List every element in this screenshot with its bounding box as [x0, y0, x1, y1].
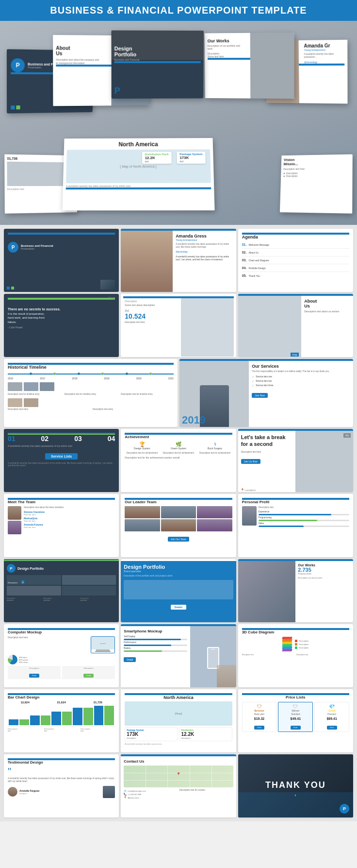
row-quote-about: P logo There are no secrets to success. …	[4, 294, 353, 357]
slide-achievement[interactable]: Achievement 🏆 Design System 🌿 Green Syst…	[121, 429, 236, 492]
row-cover-amanda-agenda: P Business and Financial Presentation Am…	[4, 229, 353, 292]
row-bar-north-price: Bar Chart Design 12,624 21,624 31,735	[4, 689, 353, 752]
slide-quote[interactable]: P logo There are no secrets to success. …	[4, 294, 119, 357]
slide-our-works[interactable]: Our Works 2.735 Projects done Descriptio…	[238, 559, 353, 622]
join-team-btn[interactable]: Join Our Team	[168, 537, 189, 542]
slide-cube-diagram[interactable]: 3D Cube Diagram Description Description …	[238, 624, 353, 687]
row-services-achievement: 01 02 03 04 A wonderful serenity has tak…	[4, 429, 353, 492]
header-title: BUSINESS & FINANCIAL POWERPOINT TEMPLATE	[50, 5, 307, 16]
amanda-name: Amanda Gress	[176, 234, 233, 238]
slide-price-lists[interactable]: Price Lists 🛡 Bronze Basic plan $19.32 O…	[238, 689, 353, 752]
achievement-title: Achievement	[125, 435, 232, 439]
row-testimonial-contact-thankyou: Testimonial Design " A wonderful serenit…	[4, 754, 353, 817]
agenda-item-4: 04. Portfolio Design	[242, 266, 349, 270]
slide-lets-take[interactable]: Let's take a break for a second Descript…	[238, 429, 353, 492]
row-team: Meet The Team Description text about the…	[4, 494, 353, 557]
agenda-item-5: 05. Thank You	[242, 274, 349, 277]
slide-design-portfolio-blue[interactable]: Design Portfolio Brand specialist Descri…	[121, 559, 236, 622]
slide-smartphone-mockup[interactable]: Smartphone Mockup Self Display Performan…	[121, 624, 236, 687]
learn-more-btn[interactable]: Join Us Now	[241, 459, 260, 464]
row-mockups-cube: Computer Mockup Description text here sc…	[4, 624, 353, 687]
cube-title: 3D Cube Diagram	[242, 630, 349, 634]
agenda-title: Agenda	[242, 235, 349, 239]
page-header: BUSINESS & FINANCIAL POWERPOINT TEMPLATE	[0, 0, 357, 21]
computer-action-btn2[interactable]: Detail	[83, 674, 94, 678]
north-america-title: North America	[125, 695, 232, 700]
timeline-title: Historical Timeline	[8, 365, 174, 370]
row-timeline-services: Historical Timeline 20162017201820192020	[4, 359, 353, 427]
slide-personal-profil[interactable]: Personal Profil Description text Experie…	[238, 494, 353, 557]
north-america-package: 173K	[127, 732, 176, 737]
price-lists-title: Price Lists	[242, 695, 349, 699]
meet-team-title: Meet The Team	[8, 500, 115, 504]
slide-testimonial[interactable]: Testimonial Design " A wonderful serenit…	[4, 754, 119, 817]
silver-btn[interactable]: Order	[291, 726, 301, 730]
agenda-item-2: 02. About Us	[242, 251, 349, 254]
slide-cover[interactable]: P Business and Financial Presentation	[4, 229, 119, 292]
hero-preview: P Business and Financial Presentation Ab…	[0, 21, 357, 225]
slide-leader-team[interactable]: Our Leader Team Join Our Team	[121, 494, 236, 557]
slide-contact-us[interactable]: Contact Us 📍	[121, 754, 236, 817]
slide-meet-team[interactable]: Meet The Team Description text about the…	[4, 494, 119, 557]
testimonial-title: Testimonial Design	[8, 760, 115, 765]
leader-team-title: Our Leader Team	[125, 500, 232, 504]
our-works-title: Our Works	[298, 563, 351, 567]
gold-btn[interactable]: Order	[327, 726, 337, 730]
thank-you-title: THANK YOU	[265, 780, 326, 790]
computer-mockup-title: Computer Mockup	[8, 630, 115, 634]
slide-bar-chart[interactable]: Bar Chart Design 12,624 21,624 31,735	[4, 689, 119, 752]
our-works-number: 2.735	[298, 567, 351, 573]
smartphone-detail-btn[interactable]: Detail	[124, 657, 136, 662]
services-title: Our Services	[252, 364, 350, 369]
north-america-dist: 12.2K	[181, 732, 230, 737]
slide-about-stats[interactable]: Description Some text about description …	[121, 294, 236, 357]
design-portfolio-blue-title: Design Portfolio	[124, 564, 233, 570]
slide-amanda[interactable]: Amanda Gress Young Entrepreneur A wonder…	[121, 229, 236, 292]
row-portfolio-works: P Design Portfolio Description ● Descrip…	[4, 559, 353, 622]
contact-us-title: Contact Us	[124, 759, 233, 764]
bronze-btn[interactable]: Order	[254, 726, 264, 730]
slide-agenda[interactable]: Agenda 01. Welcome Message 02. About Us …	[238, 229, 353, 292]
agenda-item-3: 03. Chart and Diagram	[242, 258, 349, 262]
agenda-item-1: 01. Welcome Message	[242, 243, 349, 246]
slide-service-lists[interactable]: 01 02 03 04 A wonderful serenity has tak…	[4, 429, 119, 492]
bar-chart-title: Bar Chart Design	[8, 695, 115, 699]
lets-take-title: Let's take a break for a second	[241, 434, 293, 448]
slides-grid: P Business and Financial Presentation Am…	[0, 225, 357, 821]
service-lists-btn[interactable]: Service Lists	[45, 453, 78, 460]
personal-profil-title: Personal Profil	[242, 500, 349, 504]
slide-services[interactable]: 2019 Our Services The first responsibili…	[179, 359, 353, 427]
slide-computer-mockup[interactable]: Computer Mockup Description text here sc…	[4, 624, 119, 687]
slide-thank-you[interactable]: THANK YOU P	[238, 754, 353, 817]
slide-north-america-2[interactable]: North America [Map] Package System 173K …	[121, 689, 236, 752]
portfolio-details-btn[interactable]: Details	[171, 605, 186, 610]
slide-about-us[interactable]: img About Us Description text about us s…	[238, 294, 353, 357]
design-portfolio-dark-title: Design Portfolio	[17, 567, 44, 570]
slide-design-portfolio-dark[interactable]: P Design Portfolio Description ● Descrip…	[4, 559, 119, 622]
join-now-btn[interactable]: Join Now	[252, 393, 268, 398]
our-works-subtitle: Projects done	[298, 573, 351, 575]
computer-action-btn[interactable]: Detail	[29, 674, 39, 678]
smartphone-mockup-title: Smartphone Mockup	[124, 629, 187, 633]
slide-timeline[interactable]: Historical Timeline 20162017201820192020	[4, 359, 178, 427]
